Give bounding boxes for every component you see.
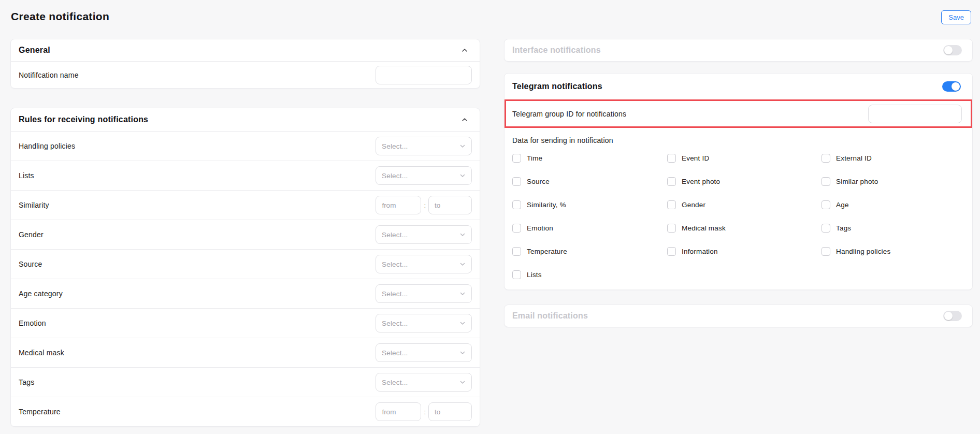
checkbox-gender[interactable]: Gender bbox=[667, 193, 822, 216]
tags-select[interactable]: Select... bbox=[376, 373, 472, 392]
range-separator: : bbox=[424, 201, 426, 209]
checkbox-external-id[interactable]: External ID bbox=[822, 147, 972, 170]
notification-name-input[interactable] bbox=[376, 66, 472, 84]
telegram-notifications-card: Telegram notifications Telegram group ID… bbox=[504, 73, 973, 290]
checkbox-lists[interactable]: Lists bbox=[512, 263, 667, 286]
rule-label: Temperature bbox=[19, 408, 61, 416]
chevron-down-icon bbox=[459, 379, 466, 385]
checkbox-time[interactable]: Time bbox=[512, 147, 667, 170]
telegram-notifications-title: Telegram notifications bbox=[512, 82, 602, 91]
checkbox-emotion[interactable]: Emotion bbox=[512, 216, 667, 240]
left-column: General Notififcation name Rules for rec… bbox=[10, 39, 480, 427]
toggle-knob bbox=[952, 82, 960, 91]
chevron-down-icon bbox=[459, 232, 466, 238]
select-placeholder: Select... bbox=[382, 379, 408, 386]
checkbox-tags[interactable]: Tags bbox=[822, 216, 972, 240]
rules-section-header[interactable]: Rules for receiving notifications bbox=[11, 108, 480, 131]
chevron-down-icon bbox=[459, 350, 466, 356]
rule-row-source: Source Select... bbox=[11, 249, 480, 279]
interface-notifications-card: Interface notifications bbox=[504, 39, 973, 62]
checkbox-label: Handling policies bbox=[836, 248, 890, 255]
checkbox-similarity-percent[interactable]: Similarity, % bbox=[512, 193, 667, 216]
checkbox-label: Tags bbox=[836, 224, 851, 232]
checkbox-medical-mask[interactable]: Medical mask bbox=[667, 216, 822, 240]
lists-select[interactable]: Select... bbox=[376, 166, 472, 185]
right-column: Interface notifications Telegram notific… bbox=[504, 39, 973, 327]
checkbox-similar-photo[interactable]: Similar photo bbox=[822, 170, 972, 193]
rules-section: Rules for receiving notifications Handli… bbox=[10, 108, 480, 427]
emotion-select[interactable]: Select... bbox=[376, 314, 472, 332]
checkbox-label: Information bbox=[682, 248, 718, 255]
checkbox-event-id[interactable]: Event ID bbox=[667, 147, 822, 170]
rule-row-lists: Lists Select... bbox=[11, 161, 480, 190]
interface-notifications-toggle[interactable] bbox=[943, 45, 962, 55]
rule-row-temperature: Temperature : bbox=[11, 397, 480, 426]
checkbox-icon bbox=[512, 200, 521, 209]
source-select[interactable]: Select... bbox=[376, 255, 472, 273]
checkbox-icon bbox=[512, 270, 521, 279]
general-section: General Notififcation name bbox=[10, 39, 480, 89]
notification-name-label: Notififcation name bbox=[19, 71, 79, 79]
checkbox-temperature[interactable]: Temperature bbox=[512, 240, 667, 263]
chevron-down-icon bbox=[459, 261, 466, 267]
similarity-to-input[interactable] bbox=[428, 196, 472, 214]
chevron-down-icon bbox=[459, 172, 466, 179]
checkbox-icon bbox=[822, 200, 830, 209]
rule-label: Age category bbox=[19, 290, 63, 298]
checkbox-label: Event ID bbox=[682, 154, 709, 162]
checkbox-icon bbox=[667, 247, 676, 256]
checkbox-icon bbox=[822, 154, 830, 163]
chevron-up-icon[interactable] bbox=[461, 116, 468, 123]
email-notifications-card: Email notifications bbox=[504, 305, 973, 327]
select-placeholder: Select... bbox=[382, 142, 408, 150]
checkbox-event-photo[interactable]: Event photo bbox=[667, 170, 822, 193]
telegram-group-id-input[interactable] bbox=[868, 105, 962, 123]
telegram-notifications-toggle[interactable] bbox=[942, 81, 961, 92]
similarity-from-input[interactable] bbox=[376, 196, 421, 214]
temperature-to-input[interactable] bbox=[428, 402, 472, 421]
rule-row-age-category: Age category Select... bbox=[11, 279, 480, 308]
general-section-header[interactable]: General bbox=[11, 39, 480, 61]
select-placeholder: Select... bbox=[382, 172, 408, 180]
checkbox-icon bbox=[822, 224, 830, 233]
checkbox-label: Age bbox=[836, 201, 849, 209]
checkbox-icon bbox=[667, 224, 676, 233]
checkbox-icon bbox=[822, 177, 830, 186]
checkbox-information[interactable]: Information bbox=[667, 240, 822, 263]
checkbox-label: Lists bbox=[527, 271, 542, 279]
checkbox-icon bbox=[512, 154, 521, 163]
checkbox-column-3: External ID Similar photo Age Tags Handl… bbox=[822, 147, 972, 263]
age-category-select[interactable]: Select... bbox=[376, 284, 472, 303]
rule-row-handling-policies: Handling policies Select... bbox=[11, 131, 480, 161]
rule-label: Gender bbox=[19, 230, 44, 239]
data-section-label: Data for sending in notification bbox=[512, 136, 972, 144]
checkbox-column-1: Time Source Similarity, % Emotion Temper… bbox=[512, 147, 667, 286]
checkbox-age[interactable]: Age bbox=[822, 193, 972, 216]
rule-label: Emotion bbox=[19, 319, 46, 327]
medical-mask-select[interactable]: Select... bbox=[376, 343, 472, 362]
checkbox-source[interactable]: Source bbox=[512, 170, 667, 193]
telegram-notifications-header: Telegram notifications bbox=[505, 74, 972, 99]
checkbox-label: Gender bbox=[682, 201, 705, 209]
checkbox-handling-policies[interactable]: Handling policies bbox=[822, 240, 972, 263]
rule-row-medical-mask: Medical mask Select... bbox=[11, 338, 480, 367]
rule-label: Tags bbox=[19, 378, 34, 386]
email-notifications-title: Email notifications bbox=[512, 311, 588, 321]
rule-row-similarity: Similarity : bbox=[11, 190, 480, 220]
checkbox-label: External ID bbox=[836, 154, 872, 162]
checkbox-icon bbox=[667, 177, 676, 186]
checkbox-icon bbox=[667, 154, 676, 163]
save-button[interactable]: Save bbox=[941, 10, 971, 24]
checkbox-icon bbox=[822, 247, 830, 256]
rule-label: Lists bbox=[19, 171, 34, 180]
temperature-from-input[interactable] bbox=[376, 402, 421, 421]
chevron-down-icon bbox=[459, 143, 466, 149]
select-placeholder: Select... bbox=[382, 320, 408, 327]
checkbox-grid: Time Source Similarity, % Emotion Temper… bbox=[505, 147, 972, 290]
similarity-range: : bbox=[376, 196, 472, 214]
email-notifications-toggle[interactable] bbox=[943, 311, 962, 321]
gender-select[interactable]: Select... bbox=[376, 225, 472, 244]
range-separator: : bbox=[424, 408, 426, 416]
handling-policies-select[interactable]: Select... bbox=[376, 137, 472, 155]
chevron-up-icon[interactable] bbox=[461, 47, 468, 54]
